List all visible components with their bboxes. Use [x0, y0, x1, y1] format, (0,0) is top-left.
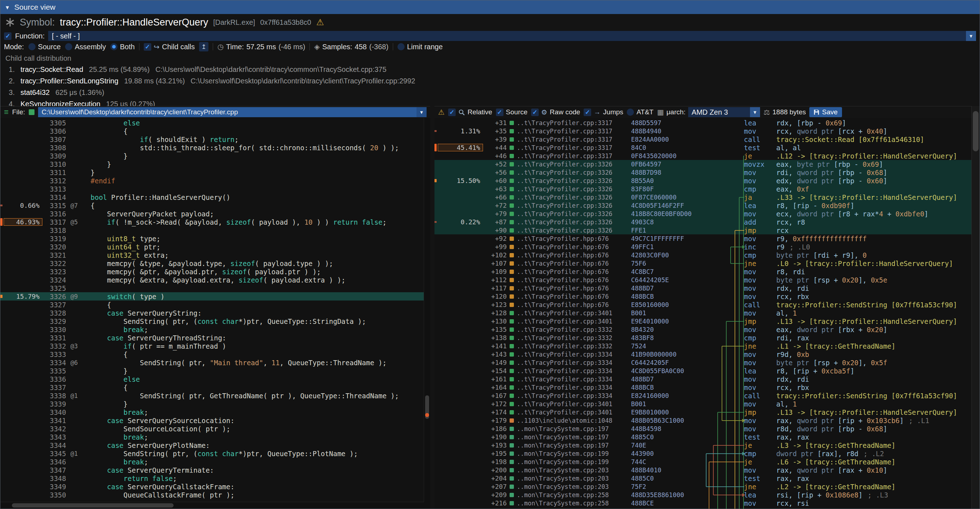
jumps-checkbox[interactable]: ✓ [584, 108, 591, 116]
asm-source-location[interactable]: ..t\TracyProfiler.cpp:3326 [517, 161, 631, 168]
asm-row[interactable]: +117..t\TracyProfiler.hpp:676488BD7movrd… [434, 284, 971, 292]
asm-row[interactable]: +120..t\TracyProfiler.hpp:676488BCBmovrc… [434, 292, 971, 301]
line-number[interactable]: 3341 [42, 417, 66, 425]
line-number[interactable]: 3340 [42, 408, 66, 416]
asm-row[interactable]: +172..t\TracyProfiler.cpp:3401B001moval,… [434, 400, 971, 408]
line-number[interactable]: 3306 [42, 127, 66, 135]
source-line[interactable]: 3334@6 SendString( ptr, "Main thread", 1… [0, 358, 424, 367]
asm-row[interactable]: +174..t\TracyProfiler.cpp:3401E9B8010000… [434, 408, 971, 416]
asm-source-location[interactable]: ..t\TracyProfiler.cpp:3326 [517, 177, 631, 185]
line-number[interactable]: 3312 [42, 177, 66, 185]
source-toggle[interactable]: ✓ Source [496, 108, 528, 116]
asm-source-location[interactable]: ..t\TracyProfiler.cpp:3334 [517, 359, 631, 366]
asm-source-location[interactable]: ..t\TracyProfiler.hpp:676 [517, 243, 631, 251]
asm-source-location[interactable]: ..t\TracyProfiler.cpp:3317 [517, 119, 631, 127]
asm-row[interactable]: +102..t\TracyProfiler.hpp:67642803C0F00c… [434, 251, 971, 259]
function-checkbox[interactable]: ✓ [4, 32, 11, 40]
source-vertical-scrollbar[interactable] [424, 118, 430, 509]
asm-row[interactable]: +190..mon\TracySystem.cpp:1974885C0testr… [434, 433, 971, 441]
asm-source-location[interactable]: ..t\TracyProfiler.hpp:676 [517, 277, 631, 284]
asm-row[interactable]: +161..t\TracyProfiler.cpp:3334488BD7movr… [434, 375, 971, 383]
source-line[interactable]: 3309 } [0, 152, 424, 160]
jumps-toggle[interactable]: ✓ → Jumps [584, 108, 623, 116]
child-call-name[interactable]: KeSynchronizeExecution [21, 100, 100, 107]
source-line[interactable]: 3342 SendSourceLocation( ptr ); [0, 425, 424, 433]
asm-row[interactable]: +109..t\TracyProfiler.hpp:6764C8BC7movr8… [434, 267, 971, 276]
asm-source-location[interactable]: ..t\TracyProfiler.cpp:3326 [517, 186, 631, 192]
line-number[interactable]: 3308 [42, 144, 66, 152]
line-number[interactable]: 3334 [42, 359, 66, 367]
asm-source-location[interactable]: ..mon\TracySystem.cpp:199 [517, 458, 631, 466]
line-number[interactable]: 3349 [42, 483, 66, 491]
asm-row[interactable]: +195..mon\TracySystem.cpp:199443900cmpdw… [434, 449, 971, 458]
limit-range-toggle[interactable]: Limit range [398, 43, 443, 51]
asm-source-location[interactable]: ..t\TracyProfiler.cpp:3401 [517, 310, 631, 317]
relative-toggle[interactable]: ✓ Relative [448, 108, 492, 116]
child-call-item[interactable]: 2. tracy::Profiler::SendLongString 19.88… [5, 75, 980, 87]
save-button[interactable]: Save [809, 107, 842, 117]
line-number[interactable]: 3315 [42, 202, 66, 210]
chevron-down-icon[interactable]: ▼ [750, 107, 760, 117]
asm-source-location[interactable]: ..mon\TracySystem.cpp:258 [517, 499, 631, 507]
source-line[interactable]: 3313 [0, 185, 424, 193]
asm-source-location[interactable]: ..t\TracyProfiler.cpp:3326 [517, 202, 631, 209]
line-number[interactable]: 3321 [42, 251, 66, 259]
asm-source-location[interactable]: ..t\TracyProfiler.cpp:3317 [517, 144, 631, 151]
source-line[interactable]: 3321 uint32_t extra; [0, 251, 424, 259]
asm-row[interactable]: +193..mon\TracySystem.cpp:197740Eje.L3 -… [434, 441, 971, 449]
asm-source-location[interactable]: ..mon\TracySystem.cpp:258 [517, 492, 631, 499]
asm-row[interactable]: +198..mon\TracySystem.cpp:199744Cje.L6 -… [434, 458, 971, 466]
line-number[interactable]: 3339 [42, 400, 66, 408]
child-call-item[interactable]: 1. tracy::Socket::Read 25.25 ms (54.89%)… [5, 64, 980, 75]
asm-row[interactable]: 0.22%+87..t\TracyProfiler.cpp:33264903C8… [434, 218, 971, 226]
child-call-name[interactable]: tracy::Profiler::SendLongString [21, 77, 118, 85]
line-number[interactable]: 3309 [42, 152, 66, 160]
line-number[interactable]: 3320 [42, 243, 66, 251]
asm-row[interactable]: 15.50%+60..t\TracyProfiler.cpp:33268B55A… [434, 177, 971, 185]
line-number[interactable]: 3323 [42, 268, 66, 276]
asm-source-location[interactable]: ..t\TracyProfiler.cpp:3332 [517, 326, 631, 333]
line-number[interactable]: 3313 [42, 185, 66, 193]
expand-samples-button[interactable]: ↥ [199, 42, 208, 51]
line-number[interactable]: 3324 [42, 276, 66, 284]
line-number[interactable]: 3328 [42, 309, 66, 317]
asm-row[interactable]: 1.31%+35..t\TracyProfiler.cpp:3317488B49… [434, 127, 971, 135]
asm-source-location[interactable]: ..t\TracyProfiler.cpp:3326 [517, 169, 631, 176]
source-line[interactable]: 3329 SendString( ptr, (const char*)ptr, … [0, 317, 424, 325]
line-number[interactable]: 3316 [42, 210, 66, 218]
raw-code-toggle[interactable]: ✓ ⚙ Raw code [531, 108, 581, 116]
asm-source-location[interactable]: ..t\TracyProfiler.cpp:3326 [517, 227, 631, 234]
uarch-selector[interactable]: AMD Zen 3 ▼ [688, 107, 760, 117]
source-line[interactable]: 3337 { [0, 383, 424, 391]
line-number[interactable]: 3326 [42, 293, 66, 301]
line-number[interactable]: 3338 [42, 392, 66, 400]
line-number[interactable]: 3310 [42, 160, 66, 168]
asm-row[interactable]: +63..t\TracyProfiler.cpp:332683F80Fcmpea… [434, 185, 971, 193]
line-number[interactable]: 3329 [42, 317, 66, 325]
asm-source-location[interactable]: ..t\TracyProfiler.hpp:676 [517, 268, 631, 275]
source-line[interactable]: 3316 ServerQueryPacket payload; [0, 210, 424, 218]
asm-source-location[interactable]: ..t\TracyProfiler.cpp:3317 [517, 127, 631, 135]
asm-row[interactable]: +204..mon\TracySystem.cpp:2034885C0testr… [434, 474, 971, 482]
asm-source-location[interactable]: ..t\TracyProfiler.cpp:3317 [517, 153, 631, 160]
line-number[interactable]: 3325 [42, 284, 66, 292]
source-line[interactable]: 3323 memcpy( &ptr, &payload.ptr, sizeof(… [0, 267, 424, 276]
source-line[interactable]: 0.66%3315@7{ [0, 201, 424, 210]
line-number[interactable]: 3319 [42, 235, 66, 243]
asm-row[interactable]: +154..t\TracyProfiler.cpp:33344C8D055FBA… [434, 367, 971, 375]
line-number[interactable]: 3322 [42, 259, 66, 267]
asm-row[interactable]: 45.41%+44..t\TracyProfiler.cpp:331784C0t… [434, 143, 971, 152]
source-line[interactable]: 3335 } [0, 367, 424, 375]
asm-row[interactable]: +209..mon\TracySystem.cpp:258488D35E8861… [434, 491, 971, 499]
asm-source-location[interactable]: ..t\TracyProfiler.hpp:676 [517, 301, 631, 309]
source-line[interactable]: 3341 case ServerQuerySourceLocation: [0, 416, 424, 425]
asm-source-location[interactable]: ..t\TracyProfiler.cpp:3326 [517, 219, 631, 226]
source-line[interactable]: 3344 case ServerQueryPlotName: [0, 441, 424, 449]
asm-source-location[interactable]: ..t\TracyProfiler.hpp:676 [517, 235, 631, 242]
source-line[interactable]: 3319 uint8_t type; [0, 234, 424, 243]
collapse-icon[interactable]: ▼ [5, 4, 10, 10]
asm-source-location[interactable]: ..t\TracyProfiler.cpp:3334 [517, 392, 631, 399]
asm-row[interactable]: +135..t\TracyProfiler.cpp:33328B4320move… [434, 325, 971, 334]
source-line[interactable]: 3349 case ServerQueryCallstackFrame: [0, 482, 424, 491]
line-number[interactable]: 3336 [42, 375, 66, 383]
